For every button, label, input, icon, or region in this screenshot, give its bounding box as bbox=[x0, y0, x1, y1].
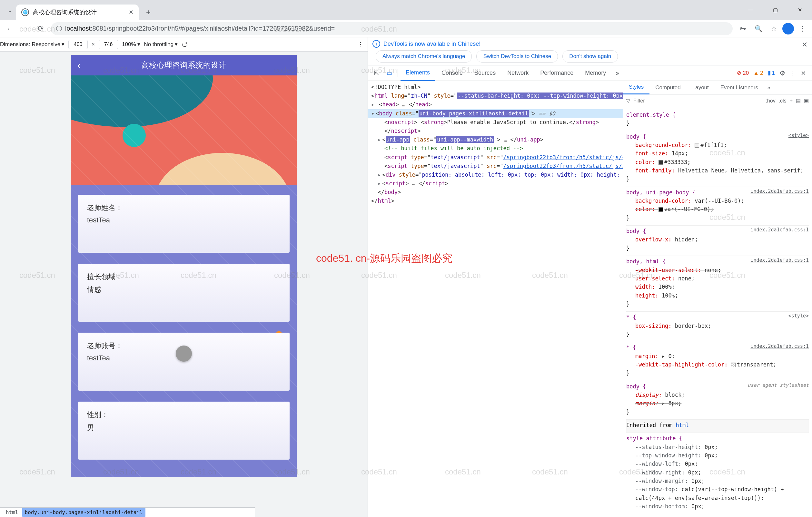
close-tab-icon[interactable]: ✕ bbox=[129, 9, 134, 16]
tab-computed[interactable]: Computed bbox=[649, 81, 686, 94]
detail-card: 老师账号： testTea bbox=[78, 333, 290, 391]
switch-devtools-button[interactable]: Switch DevTools to Chinese bbox=[476, 50, 558, 63]
forward-button[interactable]: → bbox=[18, 22, 32, 36]
dom-node-selected[interactable]: ▾<body class="uni-body pages-xinlilaoshi… bbox=[368, 109, 623, 118]
dom-tree[interactable]: <!DOCTYPE html> <html lang="zh-CN" style… bbox=[368, 81, 623, 517]
profile-avatar[interactable] bbox=[782, 23, 794, 34]
password-icon[interactable]: 🗝 bbox=[736, 22, 750, 36]
devtools-language-banner: i DevTools is now available in Chinese! … bbox=[368, 37, 812, 65]
dimensions-select[interactable]: Dimensions: Responsive ▾ bbox=[0, 41, 64, 48]
css-rule[interactable]: index.2da1efab.css:1 body { overflow-x: … bbox=[626, 225, 809, 256]
css-rule[interactable]: user agent stylesheet body { display: bl… bbox=[626, 381, 809, 420]
url-text: localhost:8081/springboot22fo3/front/h5/… bbox=[65, 25, 335, 32]
throttling-select[interactable]: No throttling ▾ bbox=[144, 41, 178, 48]
banner-message: DevTools is now available in Chinese! bbox=[383, 41, 481, 48]
browser-tab[interactable]: 🌐 高校心理咨询系统的设计 ✕ bbox=[16, 4, 139, 20]
new-tab-button[interactable]: + bbox=[142, 6, 155, 19]
minimize-button[interactable]: — bbox=[738, 3, 763, 17]
tab-event-listeners[interactable]: Event Listeners bbox=[715, 81, 764, 94]
dom-node[interactable]: </noscript> bbox=[368, 127, 623, 135]
styles-tabs-overflow[interactable]: » bbox=[764, 85, 773, 91]
tab-bar: ⌄ 🌐 高校心理咨询系统的设计 ✕ + — ▢ ✕ bbox=[0, 0, 812, 20]
tab-title: 高校心理咨询系统的设计 bbox=[33, 8, 125, 16]
devtools-menu-icon[interactable]: ⋮ bbox=[790, 69, 796, 77]
styles-tabs: Styles Computed Layout Event Listeners » bbox=[623, 81, 812, 94]
dom-node[interactable]: ▸<div style="position: absolute; left: 0… bbox=[368, 171, 623, 179]
back-button[interactable]: ← bbox=[3, 22, 17, 36]
inspect-icon[interactable]: ⇱ bbox=[371, 67, 382, 79]
devtools-panel: i DevTools is now available in Chinese! … bbox=[368, 37, 812, 517]
styles-filter-input[interactable] bbox=[633, 98, 762, 104]
zoom-select[interactable]: 100% ▾ bbox=[122, 41, 140, 48]
css-rule[interactable]: style attribute { --status-bar-height: 0… bbox=[626, 433, 809, 514]
tab-console[interactable]: Console bbox=[436, 65, 468, 81]
address-bar[interactable]: ⓘ localhost:8081/springboot22fo3/front/h… bbox=[51, 22, 733, 35]
css-rule[interactable]: <style> * { box-sizing: border-box; } bbox=[626, 312, 809, 342]
banner-close-icon[interactable]: ✕ bbox=[802, 41, 808, 49]
tabs-overflow-icon[interactable]: » bbox=[612, 69, 622, 77]
card-value: 情感 bbox=[87, 285, 281, 295]
device-toggle-icon[interactable]: ▭ bbox=[383, 67, 395, 79]
css-rule[interactable]: <style> body { background-color: #f1f1f1… bbox=[626, 131, 809, 187]
reload-button[interactable]: ⟳ bbox=[33, 22, 48, 36]
dom-node[interactable]: ▸<uni-app class="uni-app--maxwidth"> … <… bbox=[368, 135, 623, 144]
card-label: 擅长领域： bbox=[87, 272, 281, 282]
card-value: testTea bbox=[87, 216, 281, 224]
dom-node[interactable]: <noscript> <strong>Please enable JavaScr… bbox=[368, 118, 623, 127]
error-count[interactable]: ⊘ 20 bbox=[737, 70, 749, 77]
site-info-icon[interactable]: ⓘ bbox=[56, 25, 62, 33]
dom-node[interactable]: </html> bbox=[368, 196, 623, 205]
dom-node[interactable]: <html lang="zh-CN" style="--status-bar-h… bbox=[368, 92, 623, 100]
css-rule[interactable]: element.style {} bbox=[626, 109, 809, 131]
globe-icon: 🌐 bbox=[21, 8, 29, 16]
bookmark-icon[interactable]: ☆ bbox=[767, 22, 781, 36]
dom-node[interactable]: <script type="text/javascript" src="/spr… bbox=[368, 153, 623, 162]
dom-node[interactable]: <!DOCTYPE html> bbox=[368, 83, 623, 92]
app-back-icon[interactable]: ‹ bbox=[78, 60, 81, 70]
dom-node[interactable]: ▸<script> … </script> bbox=[368, 179, 623, 188]
print-media-icon[interactable]: ▤ bbox=[796, 98, 801, 104]
tab-performance[interactable]: Performance bbox=[535, 65, 579, 81]
new-rule-icon[interactable]: + bbox=[790, 98, 793, 104]
always-match-button[interactable]: Always match Chrome's language bbox=[376, 50, 472, 63]
tab-styles[interactable]: Styles bbox=[623, 81, 649, 94]
tab-sources[interactable]: Sources bbox=[469, 65, 501, 81]
maximize-button[interactable]: ▢ bbox=[763, 3, 787, 17]
url-bar: ← → ⟳ ⓘ localhost:8081/springboot22fo3/f… bbox=[0, 20, 812, 37]
tab-elements[interactable]: Elements bbox=[401, 65, 435, 81]
css-rule[interactable]: index.2da1efab.css:1 * { margin: ▸ 0; -w… bbox=[626, 342, 809, 381]
css-rule[interactable]: index.2da1efab.css:1 body, uni-page-body… bbox=[626, 187, 809, 225]
dont-show-button[interactable]: Don't show again bbox=[562, 50, 618, 63]
height-input[interactable] bbox=[99, 40, 118, 49]
issue-count[interactable]: ▮ 1 bbox=[768, 70, 775, 77]
gear-icon[interactable]: ⚙ bbox=[779, 69, 785, 77]
device-toolbar: Dimensions: Responsive ▾ × 100% ▾ No thr… bbox=[0, 37, 368, 52]
devtools-close-icon[interactable]: ✕ bbox=[801, 69, 806, 77]
hov-toggle[interactable]: :hov bbox=[765, 98, 775, 104]
detail-card: 擅长领域： 情感 bbox=[78, 264, 290, 322]
tab-search-button[interactable]: ⌄ bbox=[3, 4, 16, 17]
dom-node[interactable]: <script type="text/javascript" src="/spr… bbox=[368, 162, 623, 171]
dom-node[interactable]: ▸ <head> … </head> bbox=[368, 100, 623, 109]
css-rule[interactable]: index.2da1efab.css:1 body, html { -webki… bbox=[626, 256, 809, 312]
close-window-button[interactable]: ✕ bbox=[787, 3, 812, 17]
detail-card: 性别： 男 bbox=[78, 402, 290, 460]
info-icon: i bbox=[373, 40, 380, 48]
styles-rules[interactable]: element.style {} <style> body { backgrou… bbox=[623, 107, 812, 517]
zoom-icon[interactable]: 🔍 bbox=[751, 22, 765, 36]
styles-panel: Styles Computed Layout Event Listeners »… bbox=[623, 81, 812, 517]
chrome-menu-button[interactable]: ⋮ bbox=[795, 22, 809, 36]
tab-memory[interactable]: Memory bbox=[580, 65, 611, 81]
computed-toggle-icon[interactable]: ▣ bbox=[804, 98, 809, 104]
floating-button[interactable] bbox=[176, 345, 192, 362]
tab-layout[interactable]: Layout bbox=[687, 81, 715, 94]
device-toolbar-menu[interactable]: ⋮ bbox=[358, 41, 368, 48]
width-input[interactable] bbox=[68, 40, 88, 49]
warning-count[interactable]: ▲ 2 bbox=[753, 70, 763, 77]
dom-node[interactable]: <!-- built files will be auto injected -… bbox=[368, 144, 623, 153]
dom-node[interactable]: </body> bbox=[368, 188, 623, 196]
rotate-icon[interactable]: ⭯ bbox=[181, 41, 188, 48]
cls-toggle[interactable]: .cls bbox=[779, 98, 786, 104]
tab-network[interactable]: Network bbox=[502, 65, 534, 81]
styles-filter-row: ▽ :hov .cls + ▤ ▣ bbox=[623, 94, 812, 107]
